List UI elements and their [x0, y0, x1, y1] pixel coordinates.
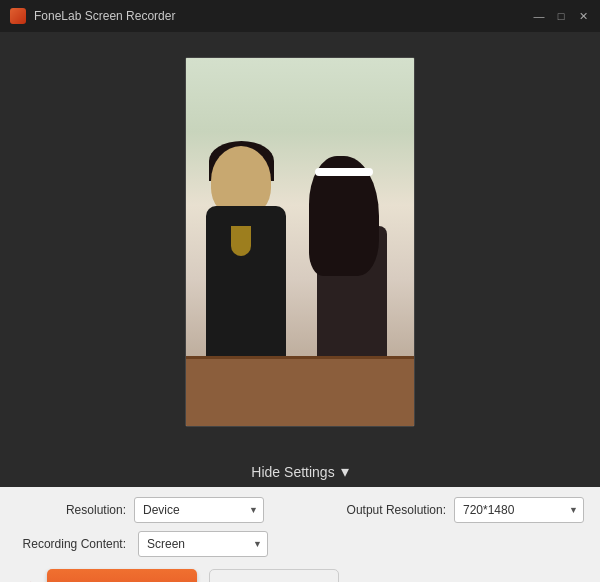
- title-bar: FoneLab Screen Recorder — □ ✕: [0, 0, 600, 32]
- action-row: ➜ Record 📷 SnapShot Recording history: [16, 569, 584, 582]
- resolution-label: Resolution:: [16, 503, 126, 517]
- app-title: FoneLab Screen Recorder: [34, 9, 175, 23]
- desk: [186, 356, 414, 426]
- title-bar-controls: — □ ✕: [532, 9, 590, 23]
- video-preview: [185, 57, 415, 427]
- output-resolution-group: Output Resolution: 720*1480 1080*1920: [347, 497, 584, 523]
- main-content: [0, 32, 600, 452]
- recording-content-select-wrapper: Screen Webcam Screen + Webcam: [138, 531, 268, 557]
- app-icon: [10, 8, 26, 24]
- resolution-select-wrapper: Device 720p 1080p: [134, 497, 264, 523]
- recording-content-label: Recording Content:: [16, 537, 126, 551]
- arrow-area: ➜: [16, 576, 39, 582]
- hide-settings-label: Hide Settings: [251, 464, 334, 480]
- photo-scene: [186, 58, 414, 426]
- hide-settings-row[interactable]: Hide Settings ▾: [0, 452, 600, 487]
- resolution-group: Resolution: Device 720p 1080p: [16, 497, 264, 523]
- record-button[interactable]: Record: [47, 569, 197, 582]
- settings-row-resolution: Resolution: Device 720p 1080p Output Res…: [16, 497, 584, 523]
- hair-band: [315, 168, 373, 176]
- maximize-button[interactable]: □: [554, 9, 568, 23]
- chain: [231, 226, 251, 256]
- output-resolution-select[interactable]: 720*1480 1080*1920: [454, 497, 584, 523]
- chevron-down-icon: ▾: [341, 462, 349, 481]
- red-arrow-icon: ➜: [16, 576, 39, 582]
- recording-content-select[interactable]: Screen Webcam Screen + Webcam: [138, 531, 268, 557]
- settings-row-content: Recording Content: Screen Webcam Screen …: [16, 531, 584, 557]
- output-resolution-label: Output Resolution:: [347, 503, 446, 517]
- close-button[interactable]: ✕: [576, 9, 590, 23]
- output-resolution-select-wrapper: 720*1480 1080*1920: [454, 497, 584, 523]
- snapshot-button[interactable]: 📷 SnapShot: [209, 569, 339, 582]
- video-placeholder: [186, 58, 414, 426]
- bottom-panel: Resolution: Device 720p 1080p Output Res…: [0, 487, 600, 582]
- resolution-select[interactable]: Device 720p 1080p: [134, 497, 264, 523]
- title-bar-left: FoneLab Screen Recorder: [10, 8, 175, 24]
- minimize-button[interactable]: —: [532, 9, 546, 23]
